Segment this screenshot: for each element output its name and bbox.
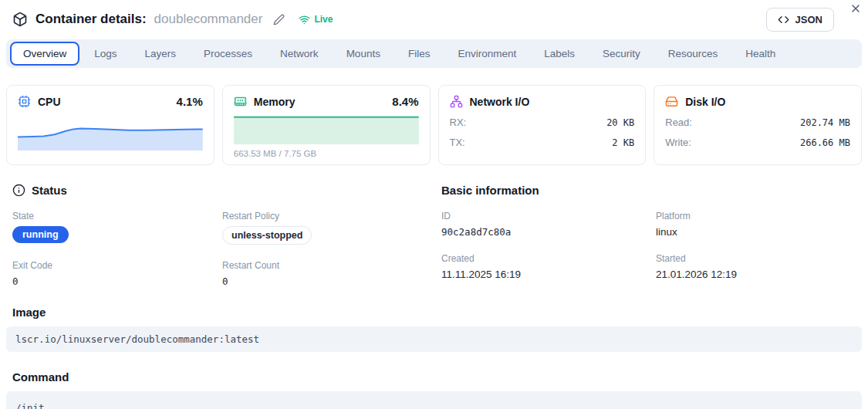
exit-code-field: Exit Code 0 xyxy=(12,260,222,287)
network-io-card: Network I/O RX: 20 KB TX: 2 KB xyxy=(438,85,647,165)
restart-policy-field: Restart Policy unless-stopped xyxy=(222,211,441,245)
restart-policy-badge: unless-stopped xyxy=(222,226,312,245)
state-label: State xyxy=(12,211,222,221)
code-icon xyxy=(778,14,789,25)
image-section: Image lscr.io/linuxserver/doublecommande… xyxy=(0,306,868,352)
edit-name-icon[interactable] xyxy=(273,14,285,25)
header: Container details: doublecommander Live … xyxy=(0,0,868,29)
command-section: Command /init xyxy=(0,370,868,409)
tab-health[interactable]: Health xyxy=(732,42,789,66)
created-label: Created xyxy=(441,253,656,264)
network-icon xyxy=(450,95,463,108)
image-heading: Image xyxy=(12,306,868,319)
command-heading: Command xyxy=(12,370,868,384)
stat-cards-row: CPU 4.1% Memory 8.4% 663.53 MB / 7.75 GB xyxy=(6,85,862,165)
image-value: lscr.io/linuxserver/doublecommander:late… xyxy=(6,326,862,352)
exit-code-value: 0 xyxy=(12,275,222,287)
memory-sparkline-chart xyxy=(234,115,419,144)
live-status: Live xyxy=(299,14,333,25)
id-field: ID 90c2a8d7c80a xyxy=(441,211,656,238)
restart-count-value: 0 xyxy=(222,275,441,287)
info-sections: Status State running Restart Policy unle… xyxy=(12,184,856,287)
basic-info-heading: Basic information xyxy=(441,184,539,197)
cpu-chip-icon xyxy=(18,95,31,108)
hard-drive-icon xyxy=(665,95,678,108)
info-icon xyxy=(12,184,25,197)
write-value: 266.66 MB xyxy=(800,137,850,148)
tab-layers[interactable]: Layers xyxy=(132,42,190,66)
container-name: doublecommander xyxy=(154,12,263,27)
container-cube-icon xyxy=(12,12,28,27)
state-badge: running xyxy=(12,226,69,243)
tab-bar: Overview Logs Layers Processes Network M… xyxy=(6,39,862,68)
restart-policy-label: Restart Policy xyxy=(222,211,441,221)
cpu-percent: 4.1% xyxy=(177,95,203,108)
cpu-sparkline-chart xyxy=(18,115,203,150)
disk-card-title: Disk I/O xyxy=(685,96,725,108)
exit-code-label: Exit Code xyxy=(12,260,222,271)
live-label: Live xyxy=(314,14,333,25)
memory-card: Memory 8.4% 663.53 MB / 7.75 GB xyxy=(222,85,431,165)
command-value: /init xyxy=(6,391,862,409)
platform-value: linux xyxy=(656,226,856,238)
close-icon[interactable] xyxy=(849,2,862,15)
read-label: Read: xyxy=(665,117,692,128)
restart-count-label: Restart Count xyxy=(222,260,441,271)
json-button[interactable]: JSON xyxy=(766,8,834,32)
tab-logs[interactable]: Logs xyxy=(81,42,130,66)
disk-read-row: Read: 202.74 MB xyxy=(665,117,850,128)
platform-label: Platform xyxy=(656,211,856,221)
tab-processes[interactable]: Processes xyxy=(191,42,265,66)
network-card-title: Network I/O xyxy=(470,96,530,108)
status-section: Status State running Restart Policy unle… xyxy=(12,184,441,287)
write-label: Write: xyxy=(665,137,691,148)
tab-overview[interactable]: Overview xyxy=(10,42,79,66)
network-rx-row: RX: 20 KB xyxy=(450,117,635,128)
platform-field: Platform linux xyxy=(656,211,856,238)
cpu-card-title: CPU xyxy=(38,96,61,108)
memory-percent: 8.4% xyxy=(392,95,418,108)
json-button-label: JSON xyxy=(795,14,822,25)
disk-write-row: Write: 266.66 MB xyxy=(665,137,850,148)
memory-stick-icon xyxy=(234,95,247,108)
tab-environment[interactable]: Environment xyxy=(444,42,529,66)
memory-usage-text: 663.53 MB / 7.75 GB xyxy=(234,149,419,158)
created-value: 11.11.2025 16:19 xyxy=(441,269,656,280)
page-title: Container details: xyxy=(35,12,147,27)
tab-files[interactable]: Files xyxy=(395,42,444,66)
wifi-icon xyxy=(299,14,310,25)
network-tx-row: TX: 2 KB xyxy=(450,137,635,148)
started-field: Started 21.01.2026 12:19 xyxy=(656,253,856,280)
rx-value: 20 KB xyxy=(606,117,634,128)
rx-label: RX: xyxy=(450,117,467,128)
tab-security[interactable]: Security xyxy=(589,42,654,66)
basic-info-section: Basic information ID 90c2a8d7c80a Platfo… xyxy=(441,184,856,287)
tab-mounts[interactable]: Mounts xyxy=(333,42,393,66)
tx-value: 2 KB xyxy=(612,137,634,148)
tab-resources[interactable]: Resources xyxy=(655,42,731,66)
started-value: 21.01.2026 12:19 xyxy=(656,269,856,280)
read-value: 202.74 MB xyxy=(800,117,850,128)
status-heading: Status xyxy=(32,184,67,197)
created-field: Created 11.11.2025 16:19 xyxy=(441,253,656,280)
tab-network[interactable]: Network xyxy=(267,42,332,66)
started-label: Started xyxy=(656,253,856,264)
tx-label: TX: xyxy=(450,137,465,148)
id-value: 90c2a8d7c80a xyxy=(441,226,656,238)
cpu-card: CPU 4.1% xyxy=(6,85,214,165)
disk-io-card: Disk I/O Read: 202.74 MB Write: 266.66 M… xyxy=(654,85,862,165)
id-label: ID xyxy=(441,211,656,221)
tab-labels[interactable]: Labels xyxy=(531,42,588,66)
state-field: State running xyxy=(12,211,222,245)
memory-card-title: Memory xyxy=(254,96,296,108)
restart-count-field: Restart Count 0 xyxy=(222,260,441,287)
